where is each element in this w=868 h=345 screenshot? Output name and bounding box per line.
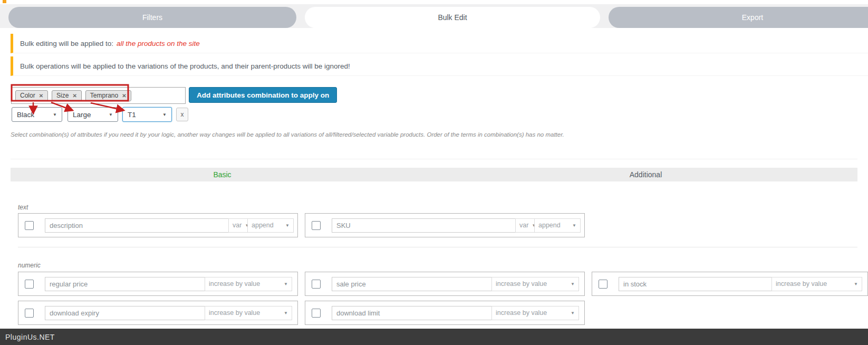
- attribute-tag-size[interactable]: Size ✕: [52, 90, 82, 101]
- field-checkbox[interactable]: [312, 309, 321, 318]
- select-value: Black: [17, 111, 34, 119]
- tab-export[interactable]: Export: [609, 7, 868, 28]
- field-input[interactable]: [332, 218, 516, 233]
- select-value: increase by value: [496, 280, 547, 287]
- var-select[interactable]: var ▼: [228, 218, 248, 233]
- field-in-stock: increase by value ▼: [592, 272, 868, 296]
- select-value: increase by value: [209, 309, 260, 317]
- field-section-tabs: Basic Additional: [11, 168, 857, 181]
- field-checkbox[interactable]: [25, 309, 34, 318]
- combination-help-text: Select combination(s) of attributes if y…: [11, 131, 852, 138]
- chevron-down-icon: ▼: [571, 311, 575, 315]
- field-checkbox[interactable]: [599, 280, 607, 289]
- field-input[interactable]: [45, 277, 205, 291]
- tag-label: Temprano: [90, 92, 118, 99]
- tag-label: Color: [20, 92, 35, 99]
- operation-select[interactable]: increase by value ▼: [491, 306, 579, 320]
- notice-bulk-editing-scope: Bulk editing will be applied to: all the…: [11, 34, 868, 53]
- field-input[interactable]: [45, 218, 229, 233]
- select-value: T1: [128, 111, 136, 119]
- select-value: var: [233, 222, 242, 229]
- mode-select[interactable]: append ▼: [247, 218, 294, 233]
- notice-text: Bulk editing will be applied to:: [20, 40, 113, 47]
- field-input[interactable]: [332, 306, 492, 320]
- chevron-down-icon: ▼: [284, 282, 288, 286]
- operation-select[interactable]: increase by value ▼: [205, 277, 292, 291]
- field-checkbox[interactable]: [25, 280, 34, 289]
- attribute-tag-color[interactable]: Color ✕: [15, 90, 48, 101]
- attribute-tag-temprano[interactable]: Temprano ✕: [85, 90, 131, 101]
- field-description: var ▼ append ▼: [18, 213, 298, 237]
- field-input[interactable]: [332, 277, 492, 291]
- tab-additional[interactable]: Additional: [434, 168, 857, 181]
- add-attributes-combination-button[interactable]: Add attributes combination to apply on: [189, 87, 337, 103]
- notice-text: Bulk operations will be applied to the v…: [20, 62, 350, 70]
- field-checkbox[interactable]: [312, 280, 321, 289]
- field-checkbox[interactable]: [25, 221, 34, 230]
- tab-bulk-edit[interactable]: Bulk Edit: [305, 7, 600, 28]
- field-input[interactable]: [45, 306, 205, 320]
- var-select[interactable]: var ▼: [515, 218, 535, 233]
- tag-remove-icon[interactable]: ✕: [72, 93, 76, 99]
- field-download-limit: increase by value ▼: [305, 301, 585, 325]
- field-checkbox[interactable]: [312, 221, 321, 230]
- tab-basic[interactable]: Basic: [11, 168, 434, 181]
- notice-variations-warning: Bulk operations will be applied to the v…: [11, 56, 868, 76]
- chevron-down-icon: ▼: [162, 112, 167, 117]
- field-sku: var ▼ append ▼: [305, 213, 585, 237]
- select-value: append: [252, 222, 274, 229]
- field-regular-price: increase by value ▼: [18, 272, 298, 296]
- attribute-value-select-size[interactable]: Large ▼: [67, 107, 118, 122]
- tag-label: Size: [56, 92, 69, 99]
- chevron-down-icon: ▼: [571, 282, 575, 286]
- chevron-down-icon: ▼: [53, 112, 57, 117]
- group-label-text: text: [18, 204, 28, 211]
- select-value: append: [538, 222, 561, 229]
- attribute-value-select-color[interactable]: Black ▼: [12, 107, 62, 122]
- select-value: Large: [73, 111, 91, 119]
- mode-select[interactable]: append ▼: [534, 218, 581, 233]
- operation-select[interactable]: increase by value ▼: [491, 277, 579, 291]
- divider: [18, 247, 857, 247]
- attributes-combination-input[interactable]: Color ✕ Size ✕ Temprano ✕: [11, 87, 186, 104]
- field-input[interactable]: [619, 277, 772, 291]
- select-value: var: [519, 222, 528, 229]
- tag-remove-icon[interactable]: ✕: [39, 93, 43, 99]
- footer-brand: PluginUs.NET: [5, 333, 55, 341]
- field-download-expiry: increase by value ▼: [18, 301, 298, 325]
- select-value: increase by value: [209, 280, 260, 287]
- select-value: increase by value: [776, 280, 827, 287]
- tag-remove-icon[interactable]: ✕: [122, 93, 126, 99]
- attribute-value-select-temprano[interactable]: T1 ▼: [122, 107, 172, 122]
- yellow-tick: [3, 0, 6, 3]
- select-value: increase by value: [496, 309, 547, 317]
- chevron-down-icon: ▼: [109, 112, 113, 117]
- main-tab-bar: Filters Bulk Edit Export: [0, 4, 868, 28]
- operation-select[interactable]: increase by value ▼: [205, 306, 292, 320]
- remove-combination-button[interactable]: x: [176, 108, 188, 121]
- footer-bar: PluginUs.NET: [0, 329, 868, 345]
- chevron-down-icon: ▼: [284, 311, 288, 315]
- divider: [11, 159, 857, 159]
- group-label-numeric: numeric: [18, 262, 41, 269]
- operation-select[interactable]: increase by value ▼: [771, 277, 862, 291]
- field-sale-price: increase by value ▼: [305, 272, 585, 296]
- chevron-down-icon: ▼: [285, 223, 290, 228]
- chevron-down-icon: ▼: [572, 223, 576, 228]
- tab-filters[interactable]: Filters: [8, 7, 296, 28]
- notice-highlight: all the products on the site: [117, 40, 200, 47]
- chevron-down-icon: ▼: [854, 282, 858, 286]
